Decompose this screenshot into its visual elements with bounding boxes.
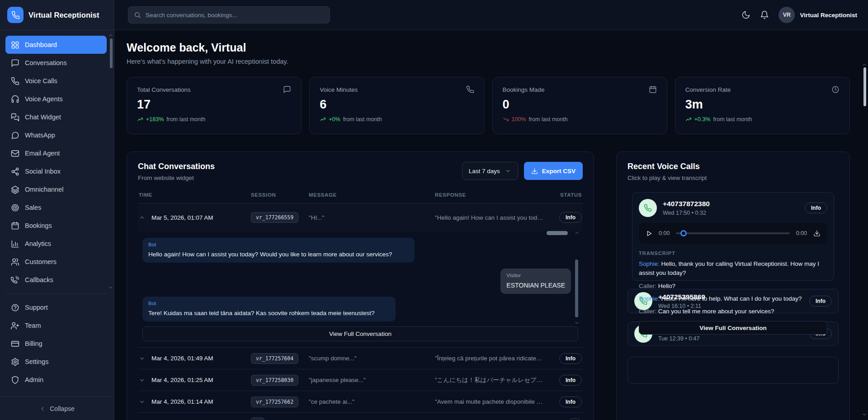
stat-label: Conversion Rate bbox=[685, 86, 731, 93]
cell-message: "ce pachete ai..." bbox=[309, 398, 435, 405]
info-badge[interactable]: Info bbox=[805, 203, 827, 213]
table-row[interactable]: Mar 5, 2026, 01:07 AMvr_177266559"HI..."… bbox=[138, 203, 583, 231]
view-full-conversation-button[interactable]: View Full Conversation bbox=[142, 326, 578, 341]
stat-delta-suffix: from last month bbox=[343, 116, 382, 123]
sidebar-item-email-agent[interactable]: Email Agent bbox=[5, 144, 107, 162]
conversation-scrollbar-thumb[interactable] bbox=[575, 260, 578, 317]
chevron-left-icon bbox=[39, 406, 46, 412]
sidebar-item-omnichannel[interactable]: Omnichannel bbox=[5, 180, 107, 198]
scroll-down-arrow-icon[interactable] bbox=[574, 320, 580, 326]
page-subtitle: Here's what's happening with your AI rec… bbox=[127, 58, 850, 65]
sidebar-item-voice-calls[interactable]: Voice Calls bbox=[5, 72, 107, 90]
sidebar-item-whatsapp[interactable]: WhatsApp bbox=[5, 126, 107, 144]
sidebar-scrollbar-thumb[interactable] bbox=[110, 38, 113, 68]
session-chip: vr_177257604 bbox=[251, 353, 298, 364]
date-range-select[interactable]: Last 7 days bbox=[462, 162, 518, 180]
chevron-down-icon bbox=[505, 168, 511, 174]
stat-card-bookings-made: Bookings Made0100%from last month bbox=[492, 77, 667, 134]
cell-response: "Hello again! How can I assist you toda.… bbox=[435, 214, 550, 221]
trend-up-icon bbox=[320, 116, 326, 123]
info-badge[interactable]: Info bbox=[559, 375, 582, 386]
bubble-sender: Visitor bbox=[506, 273, 565, 278]
phone-icon bbox=[11, 77, 19, 85]
sidebar-item-support[interactable]: Support bbox=[5, 298, 107, 316]
search-box[interactable] bbox=[128, 6, 330, 24]
scroll-handle[interactable] bbox=[547, 231, 568, 235]
cell-time: Mar 4, 2026, 01:14 AM bbox=[139, 398, 251, 405]
scroll-down-arrow-icon[interactable] bbox=[108, 285, 113, 290]
sidebar-item-analytics[interactable]: Analytics bbox=[5, 235, 107, 253]
column-header: TIME bbox=[139, 192, 251, 198]
stat-value: 6 bbox=[320, 98, 474, 112]
calls-list: +40737872380Wed 17:50 • 0:32Info0:000:00… bbox=[627, 192, 839, 384]
sidebar-item-customers[interactable]: Customers bbox=[5, 253, 107, 271]
column-header: RESPONSE bbox=[435, 192, 550, 198]
cell-response: "こんにちは！私はバーチャルレセプショ..." bbox=[435, 376, 550, 384]
avatar[interactable]: VR bbox=[778, 7, 795, 23]
sidebar-item-team[interactable]: Team bbox=[5, 316, 107, 335]
chevron-down-icon[interactable] bbox=[139, 377, 145, 383]
sidebar-item-settings[interactable]: Settings bbox=[5, 353, 107, 371]
player-seek-slider[interactable] bbox=[676, 232, 789, 234]
sidebar-item-label: Team bbox=[25, 322, 41, 329]
sidebar-item-chat-widget[interactable]: Chat Widget bbox=[5, 108, 107, 126]
scroll-up-arrow-icon[interactable] bbox=[108, 33, 113, 38]
info-badge[interactable]: Info bbox=[559, 396, 582, 407]
scroll-up-arrow-icon[interactable] bbox=[574, 230, 580, 236]
session-chip: vr_177266559 bbox=[251, 212, 298, 223]
sidebar-item-billing[interactable]: Billing bbox=[5, 335, 107, 353]
column-header: SESSION bbox=[251, 192, 309, 198]
table-row[interactable]: Mar 4, 2026, 01:49 AMvr_177257604"scump … bbox=[138, 347, 583, 369]
scroll-up-arrow-icon[interactable] bbox=[862, 62, 867, 67]
sidebar-item-label: Analytics bbox=[25, 240, 51, 247]
sidebar-item-label: Customers bbox=[25, 258, 57, 265]
column-header: STATUS bbox=[550, 192, 582, 198]
cell-time: Mar 4, 2026, 01:25 AM bbox=[139, 377, 251, 383]
collapse-button[interactable]: Collapse bbox=[39, 405, 74, 412]
app-root: Virtual Receptionist DashboardConversati… bbox=[0, 0, 868, 420]
transcript-line: Caller: Hello? bbox=[639, 282, 827, 291]
call-header[interactable]: +40737872380Wed 17:50 • 0:32Info bbox=[639, 199, 827, 217]
play-icon[interactable] bbox=[646, 230, 652, 237]
stat-value: 3m bbox=[685, 98, 840, 112]
phone-icon bbox=[11, 11, 20, 19]
cell-status: Info bbox=[550, 353, 582, 364]
info-badge[interactable]: Info bbox=[559, 353, 582, 364]
moon-icon[interactable] bbox=[741, 10, 750, 19]
audio-player: 0:000:00 bbox=[639, 223, 827, 244]
user-name: Virtual Receptionist bbox=[800, 12, 857, 19]
player-slider-knob[interactable] bbox=[680, 230, 687, 236]
info-badge[interactable]: Info bbox=[559, 212, 582, 223]
sidebar-item-conversations[interactable]: Conversations bbox=[5, 54, 107, 72]
call-meta: Tue 12:39 • 0:47 bbox=[658, 335, 705, 342]
sidebar-item-social-inbox[interactable]: Social Inbox bbox=[5, 162, 107, 180]
bell-icon[interactable] bbox=[760, 10, 769, 19]
view-full-conversation-button[interactable]: View Full Conversation bbox=[639, 321, 827, 335]
sidebar-item-callbacks[interactable]: Callbacks bbox=[5, 271, 107, 289]
transcript-line: Sophie: Hello! I'm here to help. What ca… bbox=[639, 294, 827, 303]
chevron-down-icon[interactable] bbox=[139, 355, 145, 362]
row-time: Mar 4, 2026, 01:49 AM bbox=[151, 355, 213, 362]
widget-icon bbox=[11, 113, 19, 122]
chevron-up-icon[interactable] bbox=[139, 214, 145, 221]
sidebar-item-bookings[interactable]: Bookings bbox=[5, 217, 107, 235]
table-row[interactable]: Mar 4, 2026, 01:25 AMvr_177258030"japane… bbox=[138, 369, 583, 391]
sidebar-item-label: WhatsApp bbox=[25, 132, 55, 139]
sidebar-item-voice-agents[interactable]: Voice Agents bbox=[5, 90, 107, 108]
export-csv-label: Export CSV bbox=[542, 168, 576, 175]
export-csv-button[interactable]: Export CSV bbox=[524, 162, 583, 180]
sidebar-item-admin[interactable]: Admin bbox=[5, 371, 107, 389]
user-menu[interactable]: VR Virtual Receptionist bbox=[778, 7, 857, 23]
sidebar-item-dashboard[interactable]: Dashboard bbox=[5, 36, 107, 54]
sidebar-item-label: Dashboard bbox=[25, 41, 57, 48]
table-row-partial bbox=[138, 412, 583, 420]
search-input[interactable] bbox=[146, 12, 324, 19]
transcript-speaker: Caller: bbox=[639, 283, 656, 289]
table-row[interactable]: Mar 4, 2026, 01:14 AMvr_177257662"ce pac… bbox=[138, 391, 583, 412]
sidebar-item-sales[interactable]: Sales bbox=[5, 198, 107, 217]
date-range-value: Last 7 days bbox=[469, 168, 500, 175]
scroll-down-arrow-icon[interactable] bbox=[862, 412, 867, 417]
download-icon[interactable] bbox=[813, 230, 821, 237]
page-scrollbar-thumb[interactable] bbox=[863, 67, 866, 106]
chevron-down-icon[interactable] bbox=[139, 399, 145, 405]
